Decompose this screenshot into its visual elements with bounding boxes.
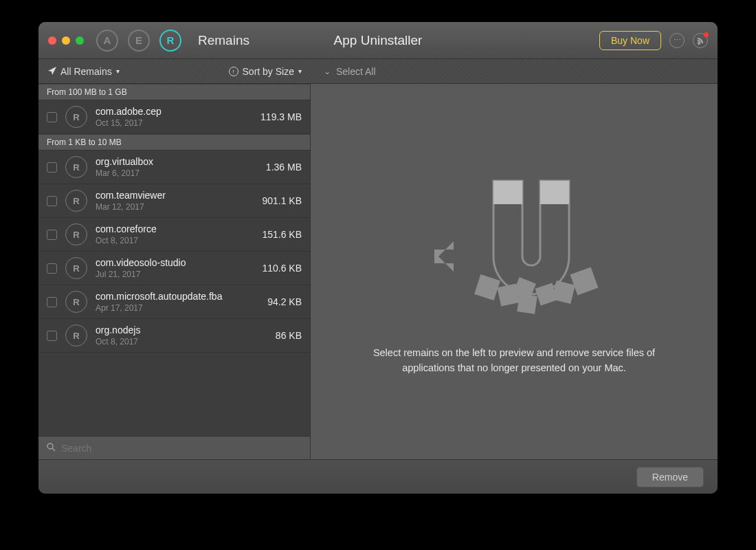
item-text: com.teamviewerMar 12, 2017: [96, 190, 255, 212]
list-item[interactable]: Rcom.coreforceOct 8, 2017151.6 KB: [38, 218, 310, 252]
svg-point-0: [47, 443, 53, 449]
svg-rect-2: [493, 181, 522, 204]
item-date: Oct 8, 2017: [96, 236, 255, 245]
mode-switcher: A E R Remains: [96, 30, 249, 52]
sort-label: Sort by Size: [243, 66, 294, 77]
svg-rect-3: [540, 181, 569, 204]
remains-icon: R: [65, 257, 87, 279]
checkbox[interactable]: [47, 162, 57, 173]
item-size: 94.2 KB: [267, 296, 302, 307]
checkbox[interactable]: [47, 112, 57, 122]
item-date: Mar 6, 2017: [96, 168, 259, 178]
svg-rect-7: [517, 294, 537, 314]
chevron-down-icon: ▾: [298, 67, 302, 75]
checkbox[interactable]: [47, 230, 57, 240]
checkbox[interactable]: [47, 331, 57, 341]
feed-icon[interactable]: [693, 33, 708, 48]
empty-state-message: Select remains on the left to preview an…: [363, 346, 665, 376]
maximize-icon[interactable]: [76, 36, 84, 45]
list-item[interactable]: Rorg.nodejsOct 8, 201786 KB: [38, 319, 310, 353]
item-size: 1.36 MB: [266, 162, 302, 173]
item-date: Apr 17, 2017: [96, 303, 260, 313]
checkbox[interactable]: [47, 297, 57, 307]
item-text: com.coreforceOct 8, 2017: [96, 223, 255, 245]
list-item[interactable]: Rcom.adobe.cepOct 15, 2017119.3 MB: [38, 100, 310, 134]
remains-icon: R: [65, 190, 87, 212]
remains-icon: R: [65, 156, 87, 178]
list-item[interactable]: Rcom.microsoft.autoupdate.fbaApr 17, 201…: [38, 285, 310, 319]
remains-list[interactable]: From 100 MB to 1 GBRcom.adobe.cepOct 15,…: [38, 84, 310, 436]
mode-extensions-icon[interactable]: E: [128, 30, 150, 52]
item-name: com.teamviewer: [96, 190, 255, 201]
chevron-down-icon: ▾: [116, 67, 120, 75]
filter-dropdown[interactable]: All Remains ▾: [48, 66, 120, 77]
main-split: From 100 MB to 1 GBRcom.adobe.cepOct 15,…: [38, 84, 718, 459]
remains-icon: R: [65, 324, 87, 346]
item-text: com.adobe.cepOct 15, 2017: [96, 106, 254, 128]
close-icon[interactable]: [48, 36, 56, 45]
item-text: com.videosolo-studioJul 21, 2017: [96, 257, 255, 279]
footer: Remove: [38, 459, 718, 494]
magnet-illustration-icon: [411, 167, 617, 325]
mode-label: Remains: [198, 33, 249, 48]
item-name: com.microsoft.autoupdate.fba: [96, 291, 260, 302]
item-size: 86 KB: [276, 330, 302, 341]
svg-rect-10: [570, 267, 598, 296]
list-item[interactable]: Rorg.virtualboxMar 6, 20171.36 MB: [38, 151, 310, 184]
remove-button[interactable]: Remove: [636, 467, 704, 487]
item-text: org.nodejsOct 8, 2017: [96, 324, 269, 346]
item-name: com.videosolo-studio: [96, 257, 255, 268]
checkbox[interactable]: [47, 196, 57, 206]
item-date: Mar 12, 2017: [96, 202, 255, 212]
detail-pane: Select remains on the left to preview an…: [310, 84, 718, 459]
titlebar: A E R Remains App Uninstaller Buy Now ⋯: [38, 22, 718, 59]
item-name: com.adobe.cep: [96, 106, 254, 117]
item-text: org.virtualboxMar 6, 2017: [96, 156, 259, 178]
section-header: From 1 KB to 10 MB: [38, 134, 310, 151]
search-bar: [38, 436, 310, 459]
chevron-down-icon: ⌄: [324, 67, 331, 76]
checkbox[interactable]: [47, 263, 57, 274]
item-size: 151.6 KB: [262, 229, 302, 240]
app-window: A E R Remains App Uninstaller Buy Now ⋯ …: [38, 22, 718, 494]
window-controls: [48, 36, 84, 45]
search-icon: [47, 443, 56, 454]
mode-applications-icon[interactable]: A: [96, 30, 118, 52]
sort-arrow-icon: ↑: [229, 67, 238, 76]
toolbar: All Remains ▾ ↑ Sort by Size ▾ ⌄ Select …: [38, 59, 718, 84]
remains-icon: R: [65, 291, 87, 313]
item-size: 119.3 MB: [260, 111, 302, 122]
list-item[interactable]: Rcom.teamviewerMar 12, 2017901.1 KB: [38, 184, 310, 218]
section-header: From 100 MB to 1 GB: [38, 84, 310, 100]
item-text: com.microsoft.autoupdate.fbaApr 17, 2017: [96, 291, 260, 313]
item-date: Jul 21, 2017: [96, 270, 255, 279]
item-size: 901.1 KB: [262, 195, 302, 206]
location-arrow-icon: [48, 66, 56, 77]
sidebar: From 100 MB to 1 GBRcom.adobe.cepOct 15,…: [38, 84, 310, 459]
minimize-icon[interactable]: [62, 36, 70, 45]
filter-label: All Remains: [60, 66, 112, 77]
sort-dropdown[interactable]: ↑ Sort by Size ▾: [229, 66, 302, 77]
notification-dot-icon: [704, 32, 709, 37]
mode-remains-icon[interactable]: R: [159, 30, 181, 52]
buy-now-button[interactable]: Buy Now: [599, 31, 661, 50]
remains-icon: R: [65, 223, 87, 245]
item-size: 110.6 KB: [262, 263, 302, 274]
svg-line-1: [52, 448, 55, 451]
select-all-button[interactable]: ⌄ Select All: [310, 66, 376, 77]
item-name: org.virtualbox: [96, 156, 259, 167]
item-date: Oct 15, 2017: [96, 118, 254, 128]
search-input[interactable]: [61, 443, 302, 454]
select-all-label: Select All: [336, 66, 376, 77]
remains-icon: R: [65, 106, 87, 128]
item-date: Oct 8, 2017: [96, 337, 269, 346]
list-item[interactable]: Rcom.videosolo-studioJul 21, 2017110.6 K…: [38, 252, 310, 285]
svg-rect-4: [474, 274, 500, 300]
chat-icon[interactable]: ⋯: [669, 33, 685, 48]
item-name: org.nodejs: [96, 324, 269, 336]
item-name: com.coreforce: [96, 223, 255, 234]
